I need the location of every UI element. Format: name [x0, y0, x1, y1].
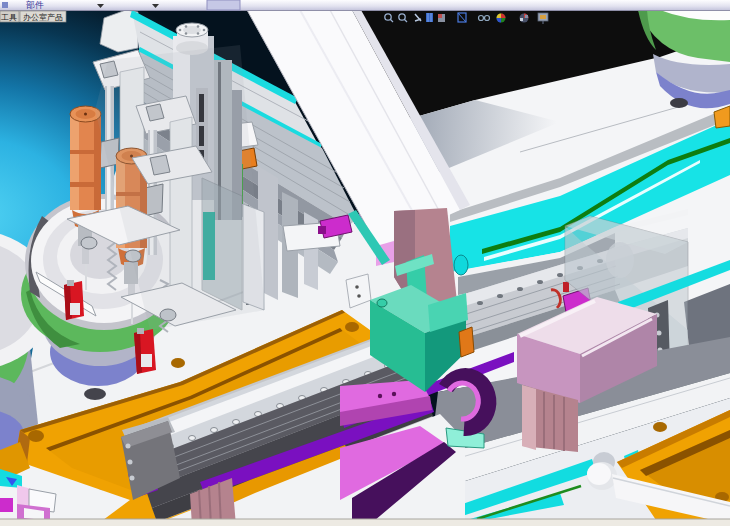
svg-text:工具: 工具	[1, 13, 17, 22]
svg-text:部件: 部件	[26, 0, 44, 10]
svg-text:办公室产品: 办公室产品	[23, 13, 63, 22]
